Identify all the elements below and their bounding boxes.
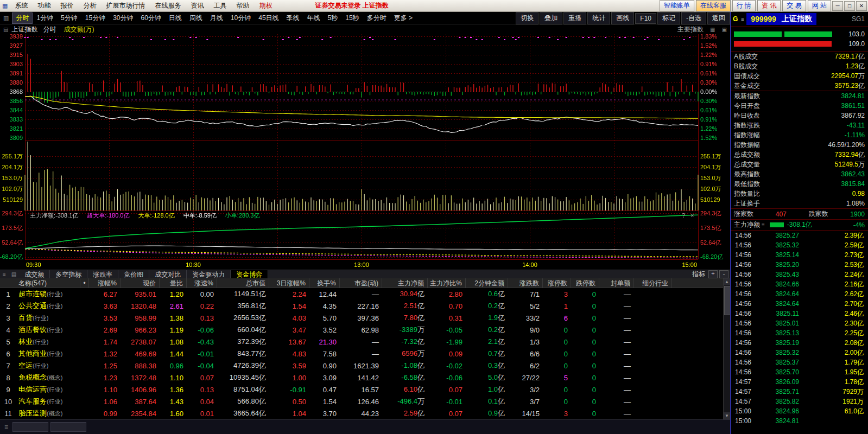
menu-item-options[interactable]: 期权 bbox=[254, 0, 277, 11]
tick-list[interactable]: 14:563825.272.39亿14:563825.322.59亿14:563… bbox=[731, 231, 868, 426]
column-header[interactable]: 封单额 bbox=[599, 278, 634, 288]
major-index-link[interactable]: 主要指数 bbox=[674, 25, 707, 34]
column-header[interactable]: 涨跌数 bbox=[508, 278, 543, 288]
sub-chart-tab[interactable]: 竞价图 bbox=[118, 270, 149, 279]
period-button[interactable]: 多分时 bbox=[363, 12, 390, 24]
indicator-add-button[interactable]: + bbox=[708, 270, 718, 278]
column-header[interactable]: 名称(547) bbox=[0, 278, 80, 288]
sector-row[interactable]: 5林业(行业)1.742738.071.08-0.43372.39亿13.672… bbox=[0, 336, 723, 348]
period-button[interactable]: 10分钟 bbox=[227, 12, 255, 24]
trade-button[interactable]: 交 易 bbox=[782, 0, 806, 11]
period-button[interactable]: 月线 bbox=[206, 12, 227, 24]
column-header[interactable]: 跌停数 bbox=[571, 278, 599, 288]
menu-item[interactable]: 分析 bbox=[78, 0, 101, 11]
sector-row[interactable]: 10汽车服务(行业)1.06387.641.430.04566.80亿0.501… bbox=[0, 395, 723, 407]
online-service-button[interactable]: 在线客服 bbox=[696, 0, 731, 11]
column-header[interactable]: 3日涨幅% bbox=[269, 278, 309, 288]
period-more-button[interactable]: 更多 > bbox=[390, 12, 416, 24]
toolbar-action-button[interactable]: 重播 bbox=[563, 12, 586, 24]
sub-chart-tab[interactable]: 资金驱动力 bbox=[187, 270, 231, 279]
grid-view-icon[interactable]: ▦ bbox=[707, 27, 718, 33]
toolbar-action-button[interactable]: 画线 bbox=[611, 12, 634, 24]
period-button[interactable]: 1分钟 bbox=[33, 12, 57, 24]
layout-tab[interactable] bbox=[12, 422, 48, 432]
tab-list-icon[interactable]: ▤ bbox=[9, 271, 19, 277]
toolbar-action-button[interactable]: -自选 bbox=[681, 12, 706, 24]
column-header[interactable]: 量比 bbox=[160, 278, 187, 288]
menu-item[interactable]: 资讯 bbox=[186, 0, 208, 11]
period-button[interactable]: 季线 bbox=[283, 12, 303, 24]
smart-account-button[interactable]: 智能账单 bbox=[660, 0, 694, 11]
layout-menu-icon[interactable]: ≡ bbox=[0, 423, 12, 431]
period-button[interactable]: 45日线 bbox=[255, 12, 282, 24]
toolbar-action-button[interactable]: F10 bbox=[635, 13, 656, 24]
scroll-down-arrow[interactable]: ▼ bbox=[724, 412, 730, 419]
sector-row[interactable]: 2公共交通(行业)3.631320.482.610.22356.81亿1.544… bbox=[0, 300, 723, 312]
pane-menu-icon[interactable]: ▤ bbox=[0, 27, 11, 33]
column-header[interactable]: • bbox=[80, 278, 89, 288]
period-button[interactable]: 周线 bbox=[186, 12, 206, 24]
toolbar-action-button[interactable]: 标记 bbox=[657, 12, 680, 24]
news-button[interactable]: 资 讯 bbox=[757, 0, 781, 11]
column-header[interactable]: 涨幅% bbox=[89, 278, 121, 288]
menu-item[interactable]: 功能 bbox=[33, 0, 55, 11]
toolbar-action-button[interactable]: 叠加 bbox=[540, 12, 562, 24]
toolbar-action-button[interactable]: 返回 bbox=[707, 12, 730, 24]
period-button[interactable]: 分时 bbox=[12, 12, 33, 24]
chart-type-icon[interactable]: ▥ bbox=[0, 15, 12, 22]
menu-item[interactable]: 系统 bbox=[10, 0, 33, 11]
layout-tab[interactable] bbox=[50, 422, 86, 432]
column-header[interactable]: 主力净比% bbox=[428, 278, 466, 288]
column-header[interactable]: 细分行业 bbox=[634, 278, 672, 288]
toolbar-action-button[interactable]: 统计 bbox=[587, 12, 610, 24]
close-button[interactable]: ✕ bbox=[856, 1, 867, 11]
maximize-button[interactable]: □ bbox=[844, 1, 855, 11]
sector-row[interactable]: 7空运(行业)1.25888.380.96-0.044726.39亿3.590.… bbox=[0, 360, 723, 372]
sector-row[interactable]: 1超市连锁(行业)6.27935.011.200.001149.51亿2.241… bbox=[0, 288, 723, 300]
menu-item[interactable]: 帮助 bbox=[231, 0, 254, 11]
sub-chart-tab[interactable]: 成交对比 bbox=[149, 270, 187, 279]
toolbar-action-button[interactable]: 切换 bbox=[516, 12, 538, 24]
period-button[interactable]: 30分钟 bbox=[109, 12, 137, 24]
sector-row[interactable]: 4酒店餐饮(行业)2.69966.231.19-0.06660.04亿3.473… bbox=[0, 324, 723, 336]
column-header[interactable]: 市盈(动) bbox=[340, 278, 382, 288]
sector-row[interactable]: 9电信运营(行业)1.101406.961.360.138751.04亿-0.9… bbox=[0, 384, 723, 395]
sub-chart-tab[interactable]: 涨跌率 bbox=[87, 270, 118, 279]
sector-row[interactable]: 8免税概念(概念)1.231372.481.100.0710935.45亿1.0… bbox=[0, 372, 723, 384]
sub-chart-tab[interactable]: 资金博弈 bbox=[231, 270, 268, 279]
column-header[interactable]: 总市值 bbox=[217, 278, 269, 288]
website-button[interactable]: 网 站 bbox=[808, 0, 831, 11]
sector-row[interactable]: 6其他商业(行业)1.32469.691.44-0.01843.77亿4.837… bbox=[0, 348, 723, 360]
sub-chart-tab[interactable]: 成交额 bbox=[19, 270, 50, 279]
column-header[interactable]: 现价 bbox=[121, 278, 160, 288]
quotes-button[interactable]: 行 情 bbox=[732, 0, 756, 11]
period-button[interactable]: 60分钟 bbox=[137, 12, 165, 24]
panel-menu-icon[interactable]: ≡ bbox=[740, 16, 745, 22]
minimize-button[interactable]: ─ bbox=[832, 1, 843, 11]
sector-row[interactable]: 11胎压监测(概念)0.992354.841.600.013665.64亿1.0… bbox=[0, 407, 723, 419]
column-header[interactable]: 2分钟金额 bbox=[466, 278, 508, 288]
period-button[interactable]: 5分钟 bbox=[57, 12, 81, 24]
scroll-up-arrow[interactable]: ▲ bbox=[724, 278, 730, 285]
menu-item[interactable]: 在线服务 bbox=[150, 0, 186, 11]
period-button[interactable]: 5秒 bbox=[324, 12, 342, 24]
period-button[interactable]: 15秒 bbox=[341, 12, 363, 24]
table-scrollbar[interactable]: ▲ ▼ bbox=[723, 278, 730, 419]
column-header[interactable]: 主力净额 bbox=[382, 278, 428, 288]
period-button[interactable]: 年线 bbox=[303, 12, 324, 24]
tab-menu-icon[interactable]: ≡ bbox=[0, 271, 9, 277]
column-header[interactable]: 涨停数 bbox=[543, 278, 571, 288]
period-button[interactable]: 日线 bbox=[165, 12, 186, 24]
intraday-chart[interactable] bbox=[0, 34, 730, 270]
sub-chart-tab[interactable]: 多空指标 bbox=[50, 270, 87, 279]
column-header[interactable]: 换手% bbox=[309, 278, 340, 288]
main-force-menu-icon[interactable]: ≡ bbox=[760, 222, 766, 228]
indicator-remove-button[interactable]: - bbox=[719, 270, 728, 278]
sector-row[interactable]: 3百货(行业)3.53958.991.380.132656.53亿4.035.7… bbox=[0, 312, 723, 324]
stock-code-box[interactable]: 999999 上证指数 bbox=[746, 13, 816, 25]
period-button[interactable]: 15分钟 bbox=[81, 12, 109, 24]
menu-item[interactable]: 工具 bbox=[208, 0, 231, 11]
pane-expand-icon[interactable]: ▣ bbox=[719, 27, 730, 33]
menu-item[interactable]: 扩展市场行情 bbox=[101, 0, 150, 11]
column-header[interactable]: 涨速% bbox=[187, 278, 217, 288]
